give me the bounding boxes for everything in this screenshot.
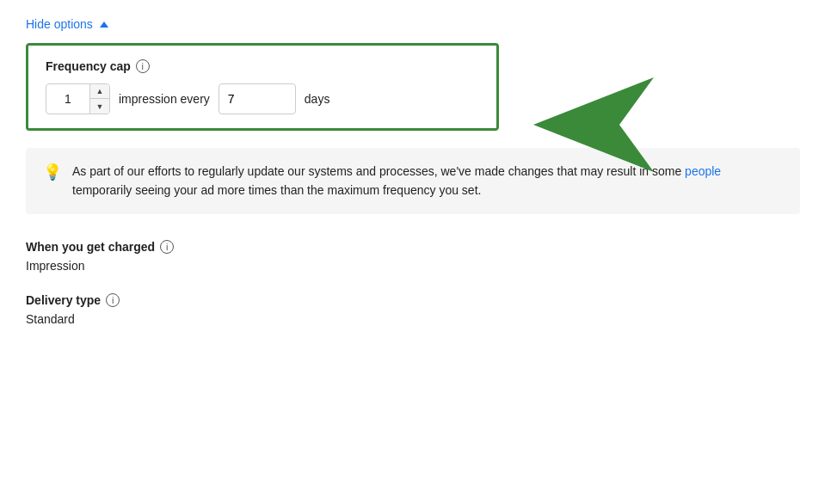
frequency-cap-info-icon[interactable]: i	[136, 59, 150, 73]
notice-box: 💡 As part of our efforts to regularly up…	[26, 148, 800, 214]
delivery-type-label: Delivery type	[26, 293, 101, 307]
when-charged-section: When you get charged i Impression	[26, 240, 805, 273]
delivery-type-info-icon[interactable]: i	[106, 293, 120, 307]
green-arrow-svg	[482, 69, 654, 181]
frequency-cap-box: Frequency cap i 1 ▲ ▼ impression every d…	[26, 43, 499, 131]
when-charged-label: When you get charged	[26, 240, 155, 254]
spinner-up-button[interactable]: ▲	[90, 83, 109, 99]
spinner-buttons: ▲ ▼	[89, 83, 109, 114]
notice-people-link[interactable]: people	[685, 164, 721, 178]
days-label: days	[305, 92, 330, 106]
notice-text-after: temporarily seeing your ad more times th…	[72, 183, 481, 197]
svg-marker-0	[533, 77, 654, 172]
left-content: Frequency cap i 1 ▲ ▼ impression every d…	[26, 43, 805, 347]
frequency-cap-label: Frequency cap i	[46, 59, 479, 73]
impression-count-value: 1	[46, 92, 89, 106]
when-charged-value: Impression	[26, 259, 805, 273]
hide-options-label: Hide options	[26, 17, 93, 31]
when-charged-title: When you get charged i	[26, 240, 805, 254]
impression-count-spinner: 1 ▲ ▼	[46, 83, 110, 114]
bulb-icon: 💡	[43, 163, 62, 181]
spinner-down-button[interactable]: ▼	[90, 99, 109, 114]
when-charged-info-icon[interactable]: i	[160, 240, 174, 254]
impression-text: impression every	[119, 92, 210, 106]
frequency-cap-title: Frequency cap	[46, 59, 131, 73]
delivery-type-section: Delivery type i Standard	[26, 293, 805, 326]
arrow-up-icon	[100, 22, 108, 28]
notice-text: As part of our efforts to regularly upda…	[72, 162, 783, 200]
frequency-controls: 1 ▲ ▼ impression every days	[46, 83, 479, 114]
days-input[interactable]	[219, 83, 296, 114]
green-arrow-container	[482, 69, 654, 183]
hide-options-link[interactable]: Hide options	[26, 17, 108, 31]
page-body: Frequency cap i 1 ▲ ▼ impression every d…	[26, 43, 805, 347]
delivery-type-value: Standard	[26, 312, 805, 326]
delivery-type-title: Delivery type i	[26, 293, 805, 307]
